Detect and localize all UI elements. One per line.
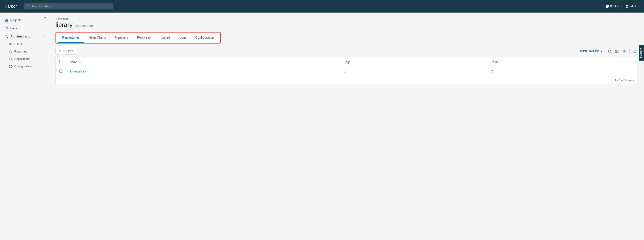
layout: « Projects Logs [0,13,644,240]
sidebar-admin-group[interactable]: Administration ▾ [0,32,49,40]
list-view-button[interactable] [622,49,627,54]
sidebar-admin-label: Administration [10,35,32,38]
tabs-container: Repositories Helm Charts Members Replica… [56,32,221,44]
user-icon [625,5,629,8]
delete-label: DELETE [62,50,74,53]
delete-x-icon: ✕ [59,50,61,53]
gear-icon [9,65,12,68]
repository-link[interactable]: library/photon [70,70,87,73]
sidebar: « Projects Logs [0,13,49,240]
brand-logo[interactable]: Harbor [4,4,17,9]
sidebar-admin-subitems: Users Registries Replications [0,40,49,70]
user-label: admin [630,5,638,8]
table-header: Name ▼ Tags Pulls [56,57,638,67]
search-icon [608,50,612,53]
table: Name ▼ Tags Pulls [56,57,638,76]
box-icon [9,50,12,53]
grid-view-button[interactable] [614,49,620,54]
table-row: library/photon 1 0 [56,67,638,76]
sidebar-projects-label: Projects [10,18,22,22]
header-pulls: Pulls [488,57,638,67]
svg-rect-5 [5,19,6,20]
refresh-button[interactable] [632,49,638,54]
svg-rect-20 [616,50,617,51]
grid-view-icon [615,50,619,53]
sidebar-replications-label: Replications [14,57,30,61]
people-icon [9,43,12,46]
grid-icon [4,18,8,22]
toolbar-right: PUSH IMAGE ▾ [577,48,638,54]
row-checkbox-cell [56,67,66,76]
sidebar-nav: Projects Logs Administration [0,13,49,70]
language-label: English [610,5,620,8]
user-chevron-icon: ▾ [638,5,640,8]
svg-point-16 [10,43,11,44]
header-tags: Tags [341,57,488,67]
svg-point-17 [10,66,11,67]
svg-point-0 [27,5,29,7]
search-icon [27,5,30,8]
sidebar-item-configuration[interactable]: Configuration [0,63,49,70]
header-name: Name ▼ [66,57,341,67]
breadcrumb[interactable]: < Projects [56,17,638,20]
pagination-info: 1 - 1 of 1 items [615,78,634,82]
sidebar-item-users[interactable]: Users [0,40,49,48]
push-image-button[interactable]: PUSH IMAGE ▾ [577,48,605,54]
user-menu[interactable]: admin ▾ [625,5,640,8]
svg-rect-6 [6,19,8,20]
refresh-icon [633,50,637,53]
push-image-label: PUSH IMAGE [580,50,599,53]
tab-labels[interactable]: Labels [157,33,175,43]
name-sort-icon[interactable]: ▼ [79,61,81,63]
sidebar-configuration-label: Configuration [14,65,32,68]
delete-button[interactable]: ✕ DELETE [56,48,77,55]
tab-repositories[interactable]: Repositories [58,33,84,43]
tab-replication[interactable]: Replication [132,33,157,43]
sidebar-admin-group-left: Administration [4,35,32,38]
language-chevron-icon: ▾ [620,5,622,8]
sidebar-logs-label: Logs [10,27,17,30]
sidebar-item-logs[interactable]: Logs [0,24,49,32]
toolbar-left: ✕ DELETE [56,48,77,55]
svg-point-4 [626,5,628,6]
tab-logs[interactable]: Logs [175,33,191,43]
tab-configuration[interactable]: Configuration [191,33,218,43]
svg-point-18 [608,50,611,53]
main-content: < Projects library System Admin Reposito… [49,13,644,240]
list-icon [4,27,8,30]
sidebar-admin-chevron-icon: ▾ [43,35,44,38]
sidebar-users-label: Users [14,42,22,46]
page-header: library System Admin [56,21,638,29]
header-right: English ▾ admin ▾ [606,5,640,8]
tab-helm-charts[interactable]: Helm Charts [84,33,110,43]
search-input[interactable] [31,5,111,8]
table-header-row: Name ▼ Tags Pulls [56,57,638,67]
svg-rect-22 [616,52,617,53]
list-view-icon [622,50,626,53]
replicate-icon [9,57,12,61]
top-nav: Harbor English ▾ admin ▾ [0,0,644,13]
event-tab[interactable]: EVENT [639,45,644,61]
globe-icon [606,5,609,8]
repositories-table: Name ▼ Tags Pulls [56,57,638,84]
svg-rect-7 [5,20,6,22]
language-selector[interactable]: English ▾ [606,5,622,8]
tab-members[interactable]: Members [110,33,132,43]
header-checkbox-cell [56,57,66,67]
sidebar-item-registries[interactable]: Registries [0,48,49,55]
page-subtitle: System Admin [75,24,95,28]
sidebar-collapse-button[interactable]: « [44,15,46,19]
row-name-cell: library/photon [66,67,341,76]
row-tags-cell: 1 [341,67,488,76]
push-image-chevron-icon: ▾ [601,50,602,53]
sidebar-item-projects[interactable]: Projects [0,16,49,24]
admin-icon [4,35,8,38]
svg-rect-8 [6,20,8,22]
row-checkbox[interactable] [59,70,62,73]
search-bar[interactable] [24,3,114,10]
svg-rect-23 [617,52,618,53]
search-button[interactable] [607,49,612,54]
select-all-checkbox[interactable] [59,60,62,63]
svg-line-19 [610,52,611,53]
sidebar-item-replications[interactable]: Replications [0,55,49,63]
